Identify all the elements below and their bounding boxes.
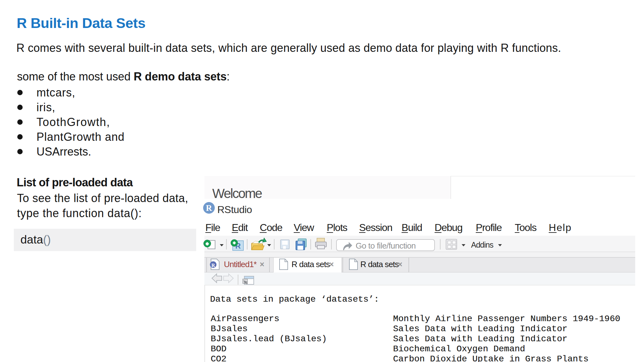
svg-text:R: R [211, 263, 215, 268]
